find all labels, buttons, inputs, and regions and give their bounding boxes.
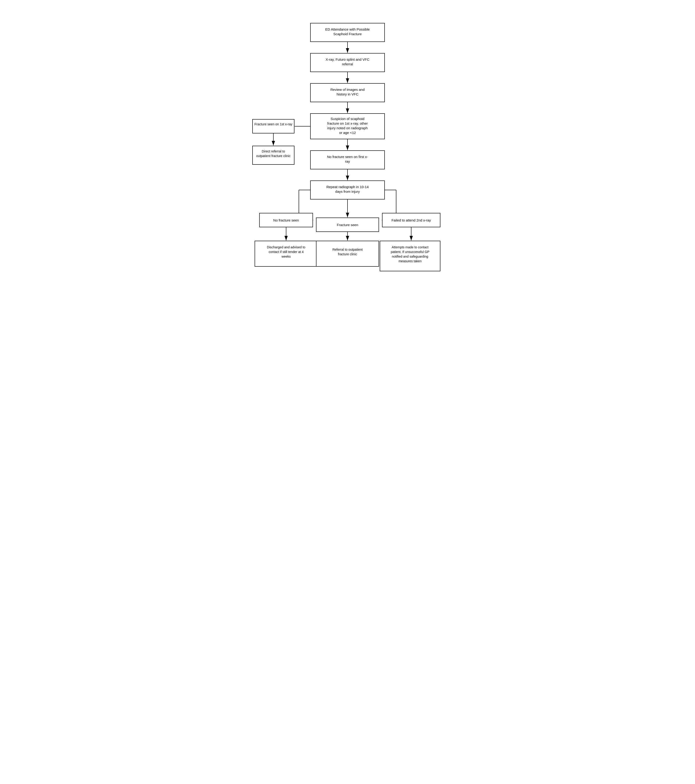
- node8left-line1: Discharged and advised to: [267, 245, 305, 249]
- node7left-line1: No fracture seen: [273, 218, 299, 222]
- node3-line2: history in VFC: [337, 92, 358, 96]
- node8right-line2: patient. If unsuccessful GP: [391, 250, 430, 254]
- node5left-line2: outpatient fracture clinic: [256, 154, 290, 158]
- node8center-line2: fracture clinic: [338, 252, 357, 256]
- node4left-line1: Fracture seen on 1st x-ray: [254, 122, 292, 126]
- node4-line4: or age <12: [339, 131, 356, 135]
- node5-line1: No fracture seen on first x-: [327, 155, 368, 159]
- node8right-line3: notified and safeguarding: [392, 255, 428, 258]
- node8right-line1: Attempts made to contact: [392, 245, 428, 249]
- node4-line3: injury noted on radiograph: [327, 126, 368, 130]
- node4-line2: fracture on 1st x-ray, other: [327, 122, 368, 125]
- node6-line1: Repeat radiograph in 10-14: [326, 185, 369, 189]
- svg-rect-30: [255, 241, 317, 267]
- node2-line2: referral: [342, 62, 353, 66]
- node4-line1: Suspicion of scaphoid: [331, 117, 364, 121]
- node7center-line1: Fracture seen: [337, 223, 358, 227]
- node8center-line1: Referral to outpatient: [333, 248, 363, 251]
- node1-line1: ED Attendance with Possible: [325, 27, 370, 31]
- svg-rect-10: [252, 119, 294, 133]
- node8left-line2: contact if still tender at 4: [269, 250, 304, 254]
- node8left-line3: weeks: [281, 255, 291, 258]
- node5-line2: ray: [345, 160, 350, 163]
- flowchart-container: ED Attendance with Possible Scaphoid Fra…: [243, 9, 452, 329]
- node7right-line1: Failed to attend 2nd x-ray: [392, 218, 431, 222]
- node1-line2: Scaphoid Fracture: [333, 32, 362, 36]
- node2-line1: X-ray, Futuro splint and VFC: [326, 58, 369, 61]
- node5left-line1: Direct referral to: [262, 150, 285, 153]
- node6-line2: days from injury: [335, 189, 360, 193]
- node3-line1: Review of images and: [330, 87, 365, 92]
- node8right-line4: measures taken: [399, 259, 422, 263]
- flowchart-svg: ED Attendance with Possible Scaphoid Fra…: [248, 18, 447, 320]
